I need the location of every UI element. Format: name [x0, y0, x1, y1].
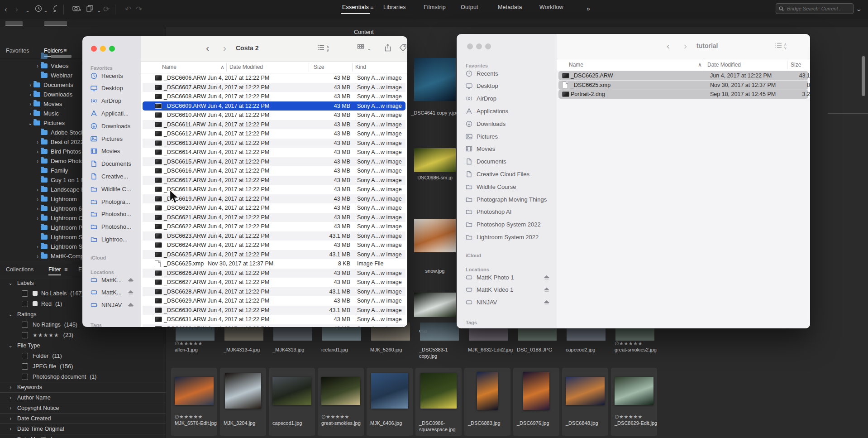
sidebar-item-applicati-[interactable]: Applicati... — [91, 108, 138, 119]
sidebar-item-pictures[interactable]: Pictures — [91, 133, 138, 144]
sidebar-item-wildlife-c-[interactable]: Wildlife C... — [91, 183, 138, 194]
workspace-tab-workflow[interactable]: Workflow — [539, 4, 563, 10]
grid-thumbnail[interactable] — [420, 373, 457, 409]
sidebar-item-lightroo-[interactable]: Lightroo... — [91, 234, 138, 245]
strip-thumbnail[interactable] — [414, 293, 456, 317]
close-button[interactable] — [91, 46, 97, 52]
filter-section-date-modified[interactable]: ›Date Modified — [0, 434, 166, 438]
grid-thumbnail[interactable] — [175, 377, 214, 405]
tab-filter[interactable]: Filter — [48, 266, 61, 275]
grid-thumbnail[interactable] — [272, 377, 311, 405]
sidebar-item-creative-cloud-files[interactable]: Creative Cloud Files — [466, 168, 554, 179]
disclosure-right-icon[interactable]: › — [35, 253, 40, 260]
tree-item-lightroom-cat[interactable]: ›Lightroom Cat — [34, 213, 88, 223]
panel-divider[interactable] — [828, 113, 868, 114]
column-header-kind[interactable]: Kind — [355, 64, 366, 70]
sort-ascending-icon[interactable]: ∧ — [220, 64, 224, 70]
back-button[interactable]: ‹ — [206, 43, 209, 53]
filter-checkbox[interactable] — [22, 353, 28, 359]
filter-row[interactable]: Red(1) — [22, 298, 62, 309]
sort-chevrons-icon[interactable]: ∧∨ — [326, 45, 329, 52]
tabs-overflow-button[interactable]: » — [587, 5, 590, 12]
finder-window-costa2[interactable]: FavoritesRecentsDesktopAirDropApplicati.… — [82, 36, 407, 327]
grid-thumbnail[interactable] — [566, 377, 605, 405]
filter-row[interactable]: ★★★★★(23) — [22, 330, 73, 340]
table-row[interactable]: _DSC6616.ARWJun 4, 2017 at 12:22 PM43 MB… — [143, 166, 405, 175]
undo-icon[interactable]: ↶ — [125, 5, 131, 14]
filter-row[interactable]: Folder(11) — [22, 351, 62, 361]
finder-window-tutorial[interactable]: FavoritesRecentsDesktopAirDropApplicatio… — [457, 34, 810, 328]
tree-item-mattk-compo[interactable]: ›MattK-Compo — [34, 251, 87, 261]
filter-section-file-type[interactable]: ⌄File Type — [0, 340, 166, 351]
section-expand-icon[interactable]: › — [8, 426, 13, 432]
sidebar-item-photoshop-ai[interactable]: Photoshop AI — [466, 207, 554, 217]
workspace-tab-essentials[interactable]: Essentials — [342, 4, 369, 10]
filter-row[interactable]: JPEG file(156) — [22, 361, 73, 371]
sidebar-item-pictures[interactable]: Pictures — [466, 131, 554, 142]
disclosure-down-icon[interactable]: ⌄ — [27, 120, 33, 126]
disclosure-right-icon[interactable]: › — [35, 244, 40, 250]
column-header-size[interactable]: Size — [314, 64, 324, 70]
back-button[interactable]: ‹ — [667, 40, 670, 51]
table-row[interactable]: _DSC6619.ARWJun 4, 2017 at 12:22 PM43 MB… — [143, 194, 405, 203]
table-row[interactable]: _DSC6622.ARWJun 4, 2017 at 12:22 PM43 MB… — [143, 222, 405, 231]
filter-section-date-time-original[interactable]: ›Date Time Original — [0, 424, 166, 434]
sidebar-item-documents[interactable]: Documents — [466, 156, 554, 167]
disclosure-right-icon[interactable]: › — [35, 206, 40, 212]
disclosure-right-icon[interactable]: › — [28, 91, 33, 98]
camera-import-icon[interactable] — [72, 5, 81, 13]
grid-thumbnail-partial[interactable] — [420, 322, 459, 341]
filter-checkbox[interactable] — [22, 301, 28, 307]
sidebar-item-airdrop[interactable]: AirDrop — [91, 96, 138, 106]
table-row[interactable]: _DSC6607.ARWJun 4, 2017 at 12:22 PM43 MB… — [143, 83, 405, 92]
list-view-icon[interactable] — [317, 44, 324, 51]
sidebar-item-downloads[interactable]: Downloads — [91, 120, 138, 131]
table-row[interactable]: _DSC6615.ARWJun 4, 2017 at 12:22 PM43 MB… — [143, 157, 405, 166]
column-header-name[interactable]: Name — [162, 64, 176, 70]
sidebar-item-lightroom-system-2022[interactable]: Lightroom System 2022 — [466, 231, 554, 242]
strip-thumbnail[interactable] — [414, 58, 456, 101]
strip-thumbnail[interactable] — [414, 148, 456, 172]
sidebar-item-creative-[interactable]: Creative... — [91, 171, 138, 182]
table-row[interactable]: _DSC6621.ARWJun 4, 2017 at 12:22 PM43 MB… — [143, 213, 405, 222]
table-row[interactable]: _DSC6610.ARWJun 4, 2017 at 12:22 PM43 MB… — [143, 111, 405, 120]
section-expand-icon[interactable]: › — [8, 415, 13, 422]
filter-section-author-name[interactable]: ›Author Name — [0, 392, 166, 403]
grid-view-icon[interactable] — [357, 44, 364, 51]
disclosure-right-icon[interactable]: › — [28, 82, 33, 88]
column-header-size[interactable]: Size — [791, 62, 801, 68]
tree-item-lightroom-por[interactable]: Lightroom Por — [34, 223, 88, 232]
chevron-down-icon[interactable]: ⌄ — [43, 5, 48, 15]
table-row[interactable]: _DSC6620.ARWJun 4, 2017 at 12:22 PM43 MB… — [143, 203, 405, 212]
section-collapse-icon[interactable]: ⌄ — [8, 342, 13, 349]
disclosure-right-icon[interactable]: › — [35, 158, 40, 164]
tree-item-lightroom-sys[interactable]: ›Lightroom Sys — [34, 242, 88, 251]
search-scope-chevron-icon[interactable]: ⌄ — [855, 6, 862, 12]
sidebar-item-downloads[interactable]: Downloads — [466, 118, 554, 129]
filter-row[interactable]: No Labels(167) — [22, 288, 83, 298]
grid-thumbnail[interactable] — [615, 377, 653, 405]
filter-row[interactable]: No Ratings(145) — [22, 319, 77, 330]
filter-section-date-created[interactable]: ›Date Created — [0, 413, 166, 424]
path-item[interactable] — [5, 21, 23, 26]
disclosure-right-icon[interactable]: › — [28, 111, 33, 117]
table-row[interactable]: _DSC6625.xmpNov 30, 2017 at 12:37 PM8 KB… — [143, 259, 405, 268]
disclosure-right-icon[interactable]: › — [28, 101, 33, 107]
tag-icon[interactable] — [399, 44, 407, 52]
table-row[interactable]: _DSC6614.ARWJun 4, 2017 at 12:22 PM43 MB… — [143, 148, 405, 157]
content-panel-tab[interactable]: Content — [354, 29, 374, 35]
copy-stack-icon[interactable] — [86, 5, 94, 13]
strip-thumbnail[interactable] — [414, 219, 456, 252]
filter-row[interactable]: Photoshop document(1) — [22, 371, 96, 382]
table-row-selected[interactable]: _DSC6625.xmpNov 30, 2017 at 12:37 PM8 — [558, 81, 808, 90]
share-icon[interactable] — [384, 44, 391, 52]
filter-checkbox[interactable] — [22, 322, 28, 328]
thumbnail-rating[interactable]: ∅★★★★★ — [171, 414, 221, 420]
back-chevron-icon[interactable]: ‹ — [5, 5, 7, 14]
table-row[interactable]: _DSC6631.ARWJun 4, 2017 at 12:22 PM43 MB… — [143, 315, 405, 324]
thumbnail-rating[interactable]: ∅★★★★★ — [611, 414, 661, 420]
eject-icon[interactable] — [544, 300, 549, 305]
workspace-menu-icon[interactable]: ≡ — [370, 4, 374, 10]
content-scrollbar[interactable] — [862, 56, 865, 96]
sidebar-item-movies[interactable]: Movies — [91, 146, 138, 157]
